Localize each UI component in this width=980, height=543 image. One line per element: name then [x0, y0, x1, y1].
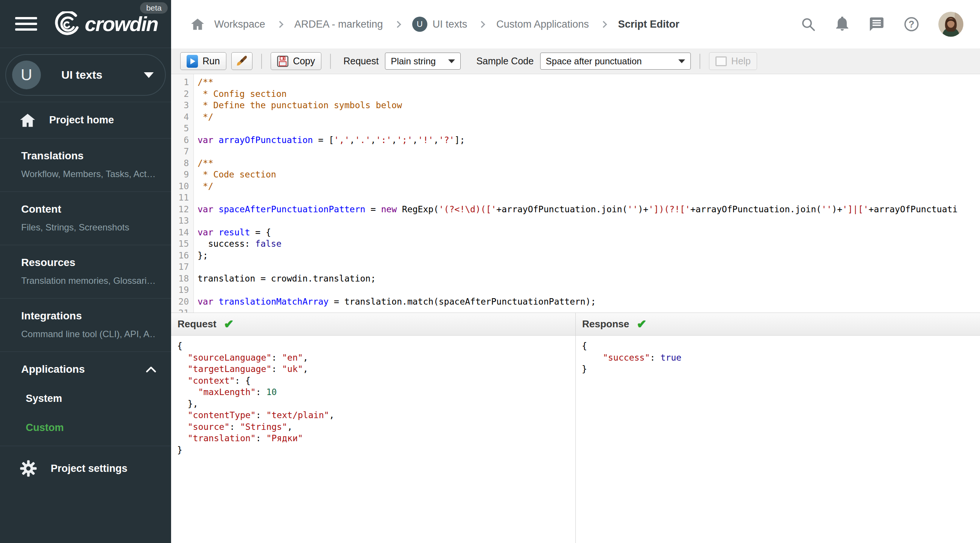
code-line: /**	[197, 157, 980, 169]
play-icon	[187, 55, 198, 68]
run-button[interactable]: Run	[180, 52, 226, 70]
request-type-select[interactable]: Plain string	[385, 52, 461, 70]
line-number: 2	[171, 88, 189, 100]
crowdin-logo[interactable]: crowdin beta	[48, 11, 158, 37]
code-line: * Config section	[197, 88, 980, 100]
svg-text:?: ?	[908, 19, 914, 30]
sidebar-item-content[interactable]: Content Files, Strings, Screenshots	[0, 192, 171, 245]
code-line: },	[177, 398, 575, 410]
code-line: "maxLength": 10	[177, 386, 575, 398]
format-button[interactable]	[231, 52, 253, 70]
result-panels: Request ✔ { "sourceLanguage": "en", "tar…	[171, 313, 980, 543]
code-line	[197, 284, 980, 296]
logo-text: crowdin	[85, 12, 158, 36]
code-line: */	[197, 181, 980, 192]
request-panel: Request ✔ { "sourceLanguage": "en", "tar…	[171, 313, 575, 543]
help-button[interactable]: Help	[709, 52, 757, 70]
code-line: /**	[197, 76, 980, 88]
code-line: };	[197, 250, 980, 262]
chevron-up-icon	[146, 366, 156, 372]
code-line: success: false	[197, 238, 980, 250]
line-number: 16	[171, 250, 189, 262]
sidebar-item-label: Project settings	[51, 463, 127, 475]
line-number: 1	[171, 76, 189, 88]
line-number: 5	[171, 122, 189, 134]
sample-code-select[interactable]: Space after punctuation	[540, 52, 691, 70]
breadcrumb-chevron-icon	[478, 21, 485, 28]
chevron-down-icon	[678, 59, 685, 63]
code-line	[197, 146, 980, 157]
sidebar-item-label: Project home	[49, 114, 114, 126]
menu-icon[interactable]	[15, 14, 37, 34]
code-line: var arrayOfPunctuation = [',','.',':',';…	[197, 134, 980, 146]
project-name: UI texts	[61, 68, 144, 81]
code-line: var spaceAfterPunctuationPattern = new R…	[197, 203, 980, 215]
code-line: "context": {	[177, 375, 575, 387]
response-json[interactable]: { "success": true}	[576, 336, 980, 543]
line-number: 4	[171, 111, 189, 123]
breadcrumb-item[interactable]: Custom Applications	[496, 19, 589, 30]
script-editor[interactable]: 123456789101112131415161718192021 /** * …	[171, 74, 980, 313]
breadcrumb-item[interactable]: ARDEA - marketing	[294, 19, 383, 30]
response-panel-header: Response ✔	[576, 313, 980, 336]
app-window: crowdin beta U UI texts Project home Tra…	[0, 0, 980, 543]
sidebar-item-resources[interactable]: Resources Translation memories, Glossari…	[0, 245, 171, 298]
home-icon[interactable]	[191, 18, 204, 30]
breadcrumb-chevron-icon	[394, 21, 401, 28]
book-icon	[716, 56, 727, 66]
sidebar-item-project-settings[interactable]: Project settings	[0, 446, 171, 491]
messages-icon[interactable]	[869, 17, 885, 32]
chevron-down-icon	[144, 72, 154, 78]
toolbar-separator	[330, 54, 331, 69]
project-avatar: U	[12, 60, 41, 89]
code-line: */	[197, 111, 980, 123]
toolbar-separator	[261, 54, 262, 69]
code-line: {	[582, 340, 980, 352]
sidebar-item-custom[interactable]: Custom	[26, 422, 156, 433]
line-number: 19	[171, 284, 189, 296]
editor-toolbar: Run Copy Request	[171, 48, 980, 74]
sidebar-item-project-home[interactable]: Project home	[0, 102, 171, 138]
breadcrumb: WorkspaceARDEA - marketingUUI textsCusto…	[191, 17, 800, 32]
line-number: 15	[171, 238, 189, 250]
line-number: 3	[171, 100, 189, 111]
code-line: * Define the punctuation symbols below	[197, 100, 980, 111]
sample-code-label: Sample Code	[476, 56, 533, 67]
line-number: 17	[171, 261, 189, 273]
breadcrumb-item[interactable]: Workspace	[214, 19, 265, 30]
copy-button[interactable]: Copy	[270, 52, 321, 70]
code-line: "contentType": "text/plain",	[177, 410, 575, 421]
help-icon[interactable]: ?	[904, 16, 920, 32]
line-number: 18	[171, 273, 189, 284]
toolbar-separator	[700, 54, 700, 69]
beta-badge: beta	[140, 2, 168, 14]
breadcrumb-item[interactable]: Script Editor	[618, 19, 679, 30]
home-icon	[20, 113, 36, 127]
line-number: 13	[171, 215, 189, 227]
response-panel: Response ✔ { "success": true}	[575, 313, 980, 543]
sidebar-item-system[interactable]: System	[26, 393, 156, 405]
request-json[interactable]: { "sourceLanguage": "en", "targetLanguag…	[171, 336, 575, 543]
line-number: 7	[171, 146, 189, 157]
chevron-down-icon	[448, 59, 455, 63]
line-number: 11	[171, 192, 189, 203]
breadcrumb-item[interactable]: UUI texts	[412, 17, 468, 32]
notifications-bell-icon[interactable]	[835, 17, 850, 32]
gear-icon	[20, 460, 37, 477]
search-icon[interactable]	[800, 17, 816, 32]
brush-icon	[236, 55, 248, 67]
line-number: 8	[171, 157, 189, 169]
sidebar-item-applications[interactable]: Applications System Custom	[0, 352, 171, 446]
code-line: "source": "Strings",	[177, 421, 575, 433]
user-avatar[interactable]	[939, 12, 963, 37]
sidebar-item-translations[interactable]: Translations Workflow, Members, Tasks, A…	[0, 138, 171, 192]
success-check-icon: ✔	[637, 318, 646, 330]
project-selector[interactable]: U UI texts	[5, 54, 166, 96]
editor-gutter: 123456789101112131415161718192021	[171, 74, 194, 313]
top-header: WorkspaceARDEA - marketingUUI textsCusto…	[171, 0, 980, 48]
editor-code[interactable]: /** * Config section * Define the punctu…	[194, 74, 980, 313]
sidebar-item-integrations[interactable]: Integrations Command line tool (CLI), AP…	[0, 298, 171, 352]
request-panel-header: Request ✔	[171, 313, 575, 336]
code-line: * Code section	[197, 169, 980, 181]
code-line: "translation": "Рядки"	[177, 432, 575, 444]
